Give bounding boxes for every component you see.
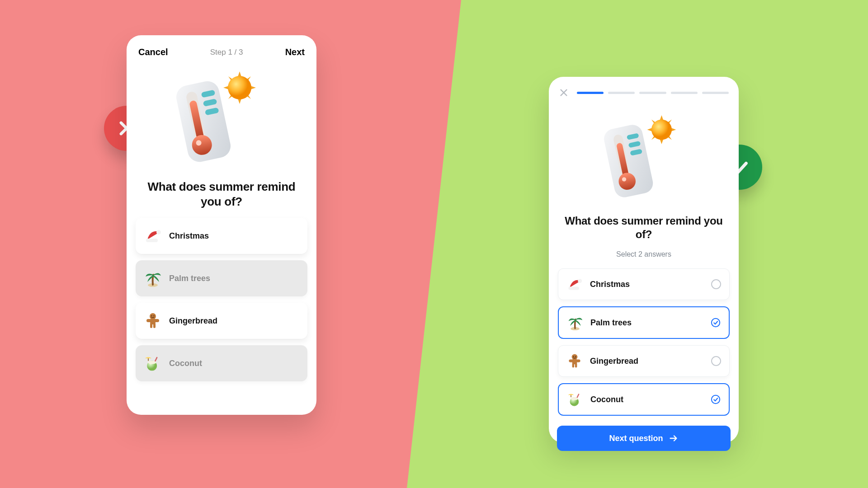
option-label: Gingerbread bbox=[169, 316, 217, 326]
progress-seg-3 bbox=[639, 92, 666, 94]
header: Cancel Step 1 / 3 Next bbox=[135, 45, 308, 64]
svg-rect-29 bbox=[148, 358, 149, 361]
svg-point-59 bbox=[571, 397, 578, 400]
option-coconut[interactable]: Coconut bbox=[136, 345, 307, 381]
radio-checked-icon bbox=[711, 318, 721, 328]
svg-point-50 bbox=[712, 319, 720, 327]
svg-rect-18 bbox=[146, 239, 158, 242]
option-palm[interactable]: Palm trees bbox=[558, 306, 730, 339]
svg-rect-55 bbox=[575, 363, 577, 368]
svg-point-47 bbox=[578, 279, 582, 283]
hero-illustration bbox=[135, 67, 308, 171]
option-palm[interactable]: Palm trees bbox=[136, 260, 307, 296]
option-ginger[interactable]: Gingerbread bbox=[558, 345, 730, 377]
progress-seg-5 bbox=[702, 92, 729, 94]
palm-tree-icon bbox=[567, 314, 583, 331]
step-indicator: Step 1 / 3 bbox=[210, 48, 243, 57]
close-icon bbox=[559, 88, 569, 98]
option-label: Gingerbread bbox=[590, 357, 704, 366]
santa-hat-icon bbox=[566, 276, 583, 292]
gingerbread-icon bbox=[566, 353, 583, 369]
radio-unchecked-icon bbox=[711, 279, 721, 289]
coconut-icon bbox=[567, 391, 583, 408]
svg-rect-24 bbox=[153, 323, 156, 328]
option-ginger[interactable]: Gingerbread bbox=[136, 303, 307, 339]
svg-point-57 bbox=[575, 356, 576, 357]
option-coconut[interactable]: Coconut bbox=[558, 383, 730, 416]
close-button[interactable] bbox=[559, 88, 569, 98]
cta-label: Next question bbox=[609, 434, 663, 443]
svg-rect-54 bbox=[572, 363, 575, 368]
option-christmas[interactable]: Christmas bbox=[136, 218, 307, 254]
question-title: What does summer remind you of? bbox=[560, 214, 728, 241]
question-title: What does summer remind you of? bbox=[137, 179, 306, 209]
palm-tree-icon bbox=[144, 269, 162, 287]
svg-point-61 bbox=[712, 395, 720, 404]
option-list: Christmas Palm trees Gingerbread bbox=[557, 268, 731, 416]
option-label: Christmas bbox=[169, 231, 209, 241]
next-question-button[interactable]: Next question bbox=[557, 426, 731, 451]
option-label: Coconut bbox=[169, 359, 202, 368]
svg-rect-48 bbox=[569, 286, 579, 290]
svg-rect-60 bbox=[571, 395, 571, 397]
option-label: Christmas bbox=[590, 280, 704, 289]
progress-seg-2 bbox=[608, 92, 635, 94]
svg-point-28 bbox=[148, 361, 156, 364]
gingerbread-icon bbox=[144, 312, 162, 330]
progress-seg-4 bbox=[671, 92, 698, 94]
option-list: Christmas Palm trees Gingerbread Coconut bbox=[135, 218, 308, 381]
cancel-button[interactable]: Cancel bbox=[138, 47, 168, 57]
santa-hat-icon bbox=[144, 227, 162, 245]
option-label: Palm trees bbox=[590, 318, 703, 328]
radio-unchecked-icon bbox=[711, 356, 721, 366]
option-label: Palm trees bbox=[169, 274, 210, 283]
next-button[interactable]: Next bbox=[285, 47, 305, 57]
svg-point-8 bbox=[228, 76, 251, 99]
svg-rect-53 bbox=[569, 359, 580, 362]
hero-illustration bbox=[557, 108, 731, 206]
svg-point-25 bbox=[151, 315, 152, 316]
svg-rect-22 bbox=[146, 319, 159, 322]
coconut-icon bbox=[144, 354, 162, 372]
svg-point-56 bbox=[573, 356, 574, 357]
option-christmas[interactable]: Christmas bbox=[558, 268, 730, 300]
option-label: Coconut bbox=[590, 395, 703, 404]
good-example-phone: What does summer remind you of? Select 2… bbox=[549, 77, 739, 443]
header bbox=[557, 87, 731, 105]
radio-checked-icon bbox=[711, 394, 721, 404]
svg-rect-23 bbox=[150, 323, 152, 328]
bad-example-phone: Cancel Step 1 / 3 Next bbox=[127, 35, 316, 415]
comparison-canvas: Cancel Step 1 / 3 Next bbox=[0, 0, 868, 488]
question-subtitle: Select 2 answers bbox=[557, 250, 731, 258]
arrow-right-icon bbox=[669, 433, 679, 443]
progress-seg-1 bbox=[577, 92, 604, 94]
progress-bar bbox=[577, 92, 729, 94]
svg-point-17 bbox=[156, 230, 161, 235]
svg-point-38 bbox=[651, 119, 672, 140]
svg-point-26 bbox=[153, 315, 154, 316]
